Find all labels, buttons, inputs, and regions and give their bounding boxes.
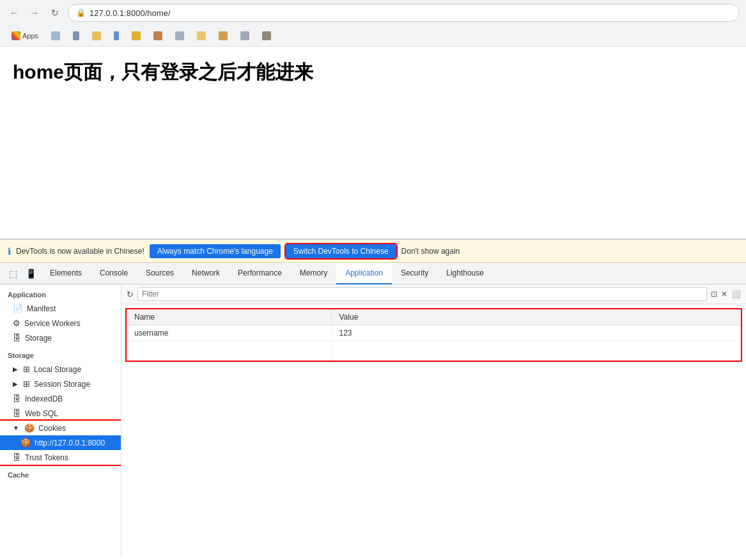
info-icon: ℹ — [8, 246, 11, 256]
sidebar-item-label: Service Workers — [24, 319, 81, 328]
sidebar-section-application: Application — [0, 284, 121, 301]
tab-lighthouse[interactable]: Lighthouse — [437, 263, 493, 284]
sidebar-item-label: Storage — [25, 334, 52, 343]
bookmark-5[interactable] — [127, 30, 146, 42]
sidebar-item-label: IndexedDB — [25, 394, 63, 403]
apps-icon — [12, 31, 20, 40]
trust-tokens-icon: 🗄 — [13, 453, 21, 462]
bookmark-7[interactable] — [170, 30, 189, 42]
switch-to-chinese-button[interactable]: Switch DevTools to Chinese — [286, 244, 396, 258]
forward-button[interactable]: → — [27, 5, 42, 20]
bookmark-icon-4 — [114, 31, 119, 40]
browser-toolbar: ← → ↻ 🔒 127.0.0.1:8000/home/ — [0, 0, 746, 26]
bookmark-4[interactable] — [109, 30, 124, 42]
bookmark-icon-8 — [197, 31, 206, 40]
tab-memory[interactable]: Memory — [291, 263, 336, 284]
sidebar-item-label: Cookies — [38, 424, 66, 433]
sidebar-item-indexeddb[interactable]: 🗄 IndexedDB — [0, 391, 121, 406]
tab-network[interactable]: Network — [183, 263, 229, 284]
sidebar-item-cookie-url[interactable]: 🍪 http://127.0.0.1:8000 — [0, 435, 121, 450]
sidebar-item-service-workers[interactable]: ⚙ Service Workers — [0, 316, 121, 331]
tab-console[interactable]: Console — [91, 263, 137, 284]
sidebar-item-trust-tokens[interactable]: 🗄 Trust Tokens — [0, 450, 121, 465]
tab-elements[interactable]: Elements — [41, 263, 91, 284]
refresh-button[interactable]: ↻ — [47, 5, 63, 20]
cell-empty-value — [331, 341, 741, 361]
bookmark-label: Apps — [22, 32, 38, 40]
tab-sources[interactable]: Sources — [137, 263, 183, 284]
filter-bar: ↻ ⊡ ✕ ⬜ — [121, 284, 746, 304]
bookmark-icon-2 — [73, 31, 79, 40]
page-content: home页面，只有登录之后才能进来 — [0, 47, 746, 238]
storage-table: Name Value username 123 — [127, 309, 741, 361]
cell-value: 123 — [331, 325, 741, 341]
sidebar-item-cookies[interactable]: ▼ 🍪 Cookies — [0, 421, 121, 435]
filter-input[interactable] — [137, 287, 707, 301]
bookmark-3[interactable] — [87, 30, 106, 42]
bookmark-8[interactable] — [192, 30, 211, 42]
table-header-row: Name Value — [127, 309, 741, 325]
cookie-url-icon: 🍪 — [20, 438, 31, 447]
inspect-icon-button[interactable]: ⬚ — [5, 266, 20, 281]
table-row-empty — [127, 341, 741, 361]
cell-empty-name — [127, 341, 331, 361]
sidebar-cookies-group: ▼ 🍪 Cookies 🍪 http://127.0.0.1:8000 🗄 Tr… — [0, 421, 121, 465]
browser-chrome: ← → ↻ 🔒 127.0.0.1:8000/home/ Apps — [0, 0, 746, 47]
sidebar-item-label: http://127.0.0.1:8000 — [35, 439, 105, 447]
tab-application[interactable]: Application — [336, 263, 392, 284]
bookmark-icon-1 — [51, 31, 60, 40]
bookmark-9[interactable] — [214, 30, 233, 42]
bookmark-icon-5 — [132, 31, 141, 40]
expand-arrow-cookies: ▼ — [13, 424, 19, 432]
bookmark-icon-7 — [175, 31, 184, 40]
manifest-icon: 📄 — [13, 304, 23, 313]
bookmark-2[interactable] — [68, 30, 84, 42]
cell-name: username — [127, 325, 331, 341]
bookmark-icon-10 — [240, 31, 249, 40]
storage-table-wrapper: Name Value username 123 — [127, 309, 741, 361]
filter-expand-button[interactable]: ⬜ — [731, 290, 741, 299]
bookmark-icon-11 — [262, 31, 271, 40]
filter-clear-button[interactable]: ⊡ — [711, 290, 717, 299]
expand-arrow-local: ▶ — [13, 366, 18, 373]
filter-refresh-button[interactable]: ↻ — [127, 290, 134, 299]
bookmark-icon-3 — [92, 31, 101, 40]
devtools-sidebar: Application 📄 Manifest ⚙ Service Workers… — [0, 284, 121, 558]
local-storage-icon: ⊞ — [23, 364, 30, 374]
sidebar-item-label: Web SQL — [25, 409, 58, 418]
bookmark-apps[interactable]: Apps — [6, 30, 43, 42]
column-value: Value — [331, 309, 741, 325]
dont-show-again-button[interactable]: Don't show again — [401, 247, 460, 256]
page-heading: home页面，只有登录之后才能进来 — [13, 59, 733, 86]
sidebar-item-web-sql[interactable]: 🗄 Web SQL — [0, 406, 121, 421]
tab-performance[interactable]: Performance — [229, 263, 291, 284]
bookmarks-bar: Apps — [0, 26, 746, 46]
indexeddb-icon: 🗄 — [13, 394, 21, 403]
sidebar-item-label: Session Storage — [34, 380, 90, 389]
tab-security[interactable]: Security — [392, 263, 437, 284]
bookmark-icon-6 — [153, 31, 162, 40]
bookmark-11[interactable] — [257, 30, 276, 42]
bookmark-1[interactable] — [46, 30, 65, 42]
lock-icon: 🔒 — [76, 8, 86, 17]
sidebar-section-cache: Cache — [0, 465, 121, 481]
sidebar-item-label: Trust Tokens — [25, 453, 68, 462]
device-icon-button[interactable]: 📱 — [23, 266, 38, 281]
devtools-panel: ℹ DevTools is now available in Chinese! … — [0, 238, 746, 558]
match-language-button[interactable]: Always match Chrome's language — [150, 244, 281, 258]
devtools-notification-bar: ℹ DevTools is now available in Chinese! … — [0, 240, 746, 263]
sidebar-item-session-storage[interactable]: ▶ ⊞ Session Storage — [0, 377, 121, 391]
sidebar-item-storage-app[interactable]: 🗄 Storage — [0, 331, 121, 345]
address-bar[interactable]: 🔒 127.0.0.1:8000/home/ — [68, 4, 740, 22]
devtools-body: Application 📄 Manifest ⚙ Service Workers… — [0, 284, 746, 558]
expand-arrow-session: ▶ — [13, 380, 18, 387]
back-button[interactable]: ← — [6, 5, 22, 20]
bookmark-10[interactable] — [235, 30, 254, 42]
url-text: 127.0.0.1:8000/home/ — [89, 8, 171, 18]
sidebar-item-local-storage[interactable]: ▶ ⊞ Local Storage — [0, 362, 121, 377]
bookmark-6[interactable] — [148, 30, 167, 42]
sidebar-item-manifest[interactable]: 📄 Manifest — [0, 301, 121, 316]
sidebar-item-label: Manifest — [27, 304, 56, 313]
table-row[interactable]: username 123 — [127, 325, 741, 341]
filter-delete-button[interactable]: ✕ — [721, 290, 727, 299]
